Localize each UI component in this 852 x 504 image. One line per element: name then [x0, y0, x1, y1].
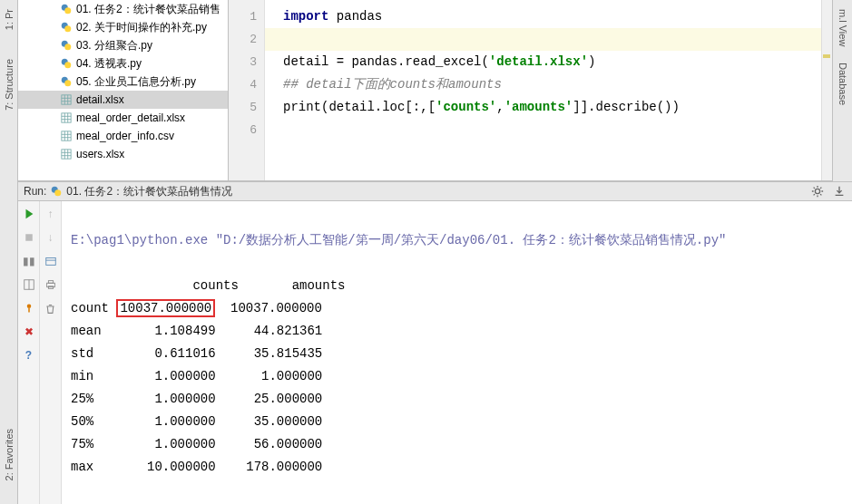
- spreadsheet-file-icon: [60, 130, 73, 142]
- tree-item-label: 03. 分组聚合.py: [76, 38, 152, 53]
- console-cmdline: E:\pag1\python.exe "D:/数据分析人工智能/第一周/第六天/…: [71, 233, 726, 247]
- svg-rect-25: [62, 150, 71, 159]
- svg-rect-39: [45, 258, 55, 266]
- tree-item-label: 05. 企业员工信息分析.py: [76, 74, 196, 90]
- svg-point-9: [64, 80, 71, 86]
- project-tree[interactable]: 01. 任务2：统计餐饮菜品销售02. 关于时间操作的补充.py03. 分组聚合…: [18, 0, 229, 180]
- tab-favorites[interactable]: 2: Favorites: [2, 423, 16, 486]
- left-tool-strip: 1: Pr 7: Structure 2: Favorites: [0, 0, 18, 504]
- tree-item-label: 01. 任务2：统计餐饮菜品销售: [76, 2, 220, 17]
- svg-point-31: [55, 189, 62, 196]
- close-icon[interactable]: ✖: [22, 325, 36, 339]
- svg-marker-33: [25, 209, 33, 219]
- print-icon[interactable]: [44, 277, 58, 292]
- python-file-icon: [60, 21, 73, 34]
- tree-item[interactable]: 01. 任务2：统计餐饮菜品销售: [18, 0, 228, 18]
- pin-icon[interactable]: [22, 301, 36, 315]
- rerun-icon[interactable]: [22, 207, 36, 221]
- up-icon[interactable]: ↑: [44, 207, 58, 221]
- tree-item-label: meal_order_info.csv: [76, 130, 174, 142]
- python-file-icon: [60, 57, 73, 70]
- spreadsheet-file-icon: [60, 93, 73, 106]
- tree-item-label: users.xlsx: [76, 148, 124, 160]
- export-icon[interactable]: [44, 254, 58, 268]
- python-icon: [50, 185, 63, 198]
- tree-item-label: 04. 透视表.py: [76, 56, 142, 72]
- scroll-warning-mark: [823, 54, 830, 58]
- tree-item-label: detail.xlsx: [76, 93, 124, 106]
- code-area[interactable]: import pandas detail = pandas.read_excel…: [265, 0, 832, 180]
- pause-icon[interactable]: ▮▮: [22, 254, 36, 268]
- svg-point-7: [64, 62, 71, 68]
- download-icon[interactable]: [832, 184, 847, 199]
- editor-scrollbar[interactable]: [821, 0, 832, 180]
- run-header-label: Run:: [24, 185, 46, 198]
- svg-rect-42: [48, 281, 53, 284]
- trash-icon[interactable]: [44, 301, 58, 315]
- run-header: Run: 01. 任务2：统计餐饮菜品销售情况: [18, 181, 852, 201]
- run-header-file: 01. 任务2：统计餐饮菜品销售情况: [66, 184, 232, 199]
- run-panel: Run: 01. 任务2：统计餐饮菜品销售情况 ▮▮: [18, 181, 852, 504]
- spreadsheet-file-icon: [60, 111, 73, 124]
- tab-ml-view[interactable]: m.l View: [836, 4, 850, 52]
- run-tool-col-2: ↑ ↓: [40, 201, 62, 504]
- svg-point-5: [64, 44, 71, 50]
- python-file-icon: [60, 75, 73, 88]
- svg-point-3: [64, 25, 71, 32]
- tree-item-label: meal_order_detail.xlsx: [76, 111, 185, 124]
- highlighted-cell: 10037.000000: [116, 299, 215, 317]
- tab-project[interactable]: 1: Pr: [2, 4, 16, 35]
- tree-item[interactable]: 03. 分组聚合.py: [18, 36, 228, 54]
- tree-item[interactable]: meal_order_info.csv: [18, 127, 228, 145]
- stop-icon[interactable]: [22, 230, 36, 245]
- down-icon[interactable]: ↓: [44, 230, 58, 245]
- tree-item[interactable]: 04. 透视表.py: [18, 54, 228, 73]
- right-tool-strip: m.l View Database: [832, 0, 852, 181]
- svg-rect-20: [62, 131, 71, 141]
- editor-gutter: 1 2 3 4 5 6: [229, 0, 265, 180]
- tree-item[interactable]: 05. 企业员工信息分析.py: [18, 73, 228, 91]
- tree-item[interactable]: users.xlsx: [18, 145, 228, 163]
- svg-rect-15: [62, 113, 71, 122]
- upper-frame: 01. 任务2：统计餐饮菜品销售02. 关于时间操作的补充.py03. 分组聚合…: [18, 0, 832, 181]
- tree-item-label: 02. 关于时间操作的补充.py: [76, 20, 207, 35]
- caret-line: [265, 28, 832, 51]
- svg-rect-10: [62, 95, 71, 104]
- svg-rect-34: [25, 234, 33, 241]
- gear-icon[interactable]: [810, 184, 825, 199]
- tab-database[interactable]: Database: [836, 57, 850, 111]
- run-tool-col-1: ▮▮ ✖ ?: [18, 201, 40, 504]
- python-file-icon: [60, 3, 73, 15]
- tree-item[interactable]: detail.xlsx: [18, 91, 228, 109]
- console-output[interactable]: E:\pag1\python.exe "D:/数据分析人工智能/第一周/第六天/…: [62, 201, 852, 504]
- svg-point-32: [815, 189, 819, 193]
- python-file-icon: [60, 39, 73, 52]
- code-editor[interactable]: 1 2 3 4 5 6 import pandas detail = panda…: [229, 0, 832, 180]
- spreadsheet-file-icon: [60, 148, 73, 160]
- tree-item[interactable]: meal_order_detail.xlsx: [18, 109, 228, 127]
- help-icon[interactable]: ?: [22, 348, 36, 363]
- svg-point-1: [64, 7, 71, 14]
- tree-item[interactable]: 02. 关于时间操作的补充.py: [18, 18, 228, 36]
- tab-structure[interactable]: 7: Structure: [2, 53, 16, 116]
- layout-icon[interactable]: [22, 277, 36, 292]
- svg-point-37: [26, 305, 31, 309]
